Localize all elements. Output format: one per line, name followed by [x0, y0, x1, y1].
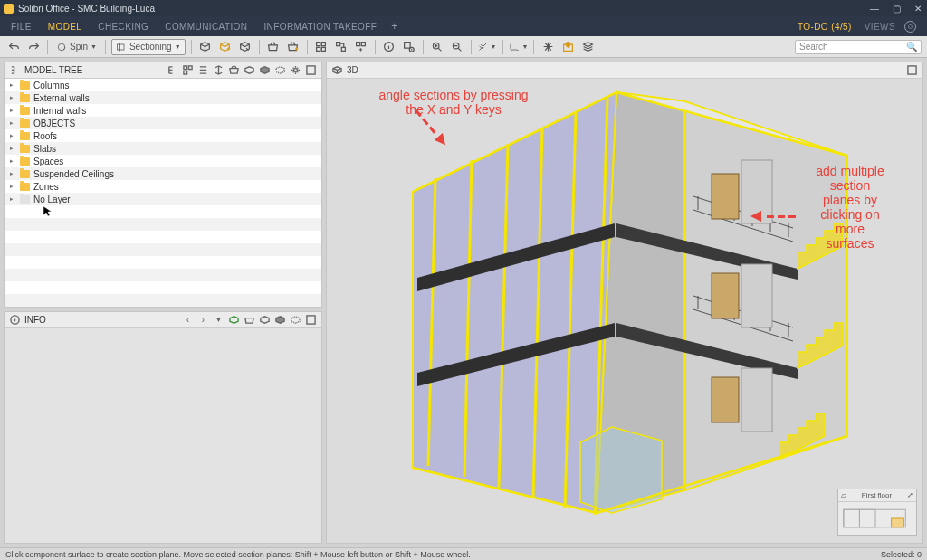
model-tree-title: MODEL TREE — [24, 65, 82, 75]
viewport-3d[interactable]: angle sections by pressing the X and Y k… — [327, 79, 922, 543]
nav-back-icon[interactable]: ‹ — [182, 314, 194, 326]
nav-fwd-icon[interactable]: › — [197, 314, 209, 326]
tree-item[interactable]: ▸Suspended Ceilings — [5, 167, 321, 180]
cube-hidden-icon[interactable] — [290, 314, 301, 326]
tree-item[interactable]: ▸Roofs — [5, 129, 321, 142]
info-panel: INFO ‹ › ▼ — [4, 311, 322, 544]
info-icon — [9, 314, 21, 326]
tree-item[interactable]: ▸External walls — [5, 91, 321, 104]
todo-link[interactable]: TO-DO (4/5) — [798, 22, 852, 32]
spin-dropdown[interactable]: Spin ▼ — [53, 39, 100, 55]
floor-navigator[interactable]: ▱ First floor ⤢ — [837, 489, 917, 536]
window-title: Solibri Office - SMC Building-Luca — [18, 4, 869, 14]
cube-outline-icon[interactable] — [244, 64, 255, 76]
tree-mode3-icon[interactable] — [197, 64, 209, 76]
search-placeholder: Search — [799, 42, 828, 52]
svg-rect-18 — [184, 71, 187, 74]
maximize-button[interactable]: ▢ — [891, 4, 902, 14]
cube-edit-icon[interactable] — [237, 39, 253, 55]
basket-add-icon[interactable] — [285, 39, 301, 55]
close-button[interactable]: ✕ — [913, 4, 923, 14]
svg-rect-6 — [337, 43, 340, 46]
undo-button[interactable] — [5, 39, 22, 55]
status-bar: Click component surface to create sectio… — [0, 547, 927, 560]
menu-model[interactable]: MODEL — [48, 22, 82, 32]
menu-information-takeoff[interactable]: INFORMATION TAKEOFF — [263, 22, 377, 32]
floor-up-icon[interactable]: ▱ — [841, 491, 846, 499]
model-tree-panel: MODEL TREE ▸Columns ▸External walls ▸Int… — [4, 62, 322, 308]
spin-label: Spin — [70, 42, 88, 52]
annotation-arrow-icon — [750, 211, 796, 222]
cube-outline-icon[interactable] — [259, 314, 271, 326]
zoom-out-icon[interactable] — [449, 39, 465, 55]
nav-drop-icon[interactable]: ▼ — [213, 314, 225, 326]
expand-icon[interactable]: ⤢ — [907, 491, 913, 499]
info-title: INFO — [24, 315, 46, 325]
tree-item[interactable]: ▸OBJECTS — [5, 117, 321, 129]
svg-rect-47 — [712, 273, 739, 318]
gear-icon[interactable] — [290, 64, 301, 76]
main-toolbar: Spin ▼ Sectioning ▼ ▼ ▼ Search 🔍 — [0, 36, 927, 58]
model-tree-list[interactable]: ▸Columns ▸External walls ▸Internal walls… — [5, 79, 321, 307]
tree-mode1-icon[interactable] — [167, 64, 178, 76]
menu-file[interactable]: FILE — [11, 22, 32, 32]
cube-green-icon[interactable] — [228, 314, 240, 326]
tree-icon — [9, 64, 21, 76]
marker-map-icon[interactable] — [559, 39, 576, 55]
maximize-panel-icon[interactable] — [906, 64, 918, 76]
cube-hidden-icon[interactable] — [274, 64, 286, 76]
svg-rect-23 — [908, 66, 916, 74]
viewport-panel: 3D — [326, 62, 923, 544]
zoom-in-icon[interactable] — [429, 39, 445, 55]
maximize-panel-icon[interactable] — [305, 314, 317, 326]
cube-solid-icon[interactable] — [259, 64, 271, 76]
views-link[interactable]: VIEWS — [865, 22, 895, 32]
layers-icon[interactable] — [579, 39, 596, 55]
menu-add-button[interactable]: + — [391, 20, 397, 33]
tree-item[interactable]: ▸Internal walls — [5, 104, 321, 117]
floor-plan-thumb[interactable] — [838, 502, 916, 536]
basket-icon[interactable] — [244, 314, 255, 326]
tree-item[interactable]: ▸Columns — [5, 79, 321, 91]
sectioning-label: Sectioning — [129, 42, 172, 52]
info-popup-icon[interactable] — [401, 39, 417, 55]
maximize-panel-icon[interactable] — [305, 64, 317, 76]
menu-communication[interactable]: COMMUNICATION — [165, 22, 247, 32]
boxes-nav-icon[interactable] — [353, 39, 369, 55]
svg-rect-46 — [712, 174, 739, 219]
tree-item[interactable]: ▸No Layer — [5, 193, 321, 205]
search-input[interactable]: Search 🔍 — [795, 40, 922, 54]
tree-item[interactable]: ▸Spaces — [5, 155, 321, 167]
cube-solid-icon[interactable] — [274, 314, 286, 326]
redo-button[interactable] — [25, 39, 42, 55]
tree-mode2-icon[interactable] — [182, 64, 194, 76]
boxes-icon[interactable] — [313, 39, 330, 55]
info-icon[interactable] — [381, 39, 397, 55]
chevron-down-icon: ▼ — [491, 43, 497, 50]
markup-dropdown[interactable]: ▼ — [509, 41, 529, 52]
svg-rect-22 — [307, 316, 315, 324]
svg-rect-5 — [321, 47, 325, 51]
cube-outline-icon[interactable] — [197, 39, 214, 55]
basket-icon[interactable] — [265, 39, 282, 55]
svg-rect-2 — [317, 43, 320, 46]
svg-rect-11 — [405, 43, 411, 49]
measure-dropdown[interactable]: ▼ — [477, 41, 497, 52]
annotation-angle-sections: angle sections by pressing the X and Y k… — [327, 88, 580, 117]
title-bar: Solibri Office - SMC Building-Luca — ▢ ✕ — [0, 0, 927, 16]
svg-rect-51 — [741, 368, 772, 432]
sectioning-dropdown[interactable]: Sectioning ▼ — [111, 39, 186, 55]
user-icon[interactable]: ☺ — [904, 21, 916, 33]
grid-icon[interactable] — [540, 39, 556, 55]
minimize-button[interactable]: — — [869, 4, 880, 14]
building-render — [381, 88, 888, 531]
menu-checking[interactable]: CHECKING — [98, 22, 148, 32]
svg-rect-4 — [317, 47, 320, 51]
boxes-link-icon[interactable] — [333, 39, 349, 55]
tree-item[interactable]: ▸Zones — [5, 180, 321, 193]
cube-add-icon[interactable] — [217, 39, 234, 55]
tree-item[interactable]: ▸Slabs — [5, 142, 321, 155]
svg-rect-50 — [741, 264, 772, 327]
basket-icon[interactable] — [228, 64, 240, 76]
tree-mode4-icon[interactable] — [213, 64, 225, 76]
